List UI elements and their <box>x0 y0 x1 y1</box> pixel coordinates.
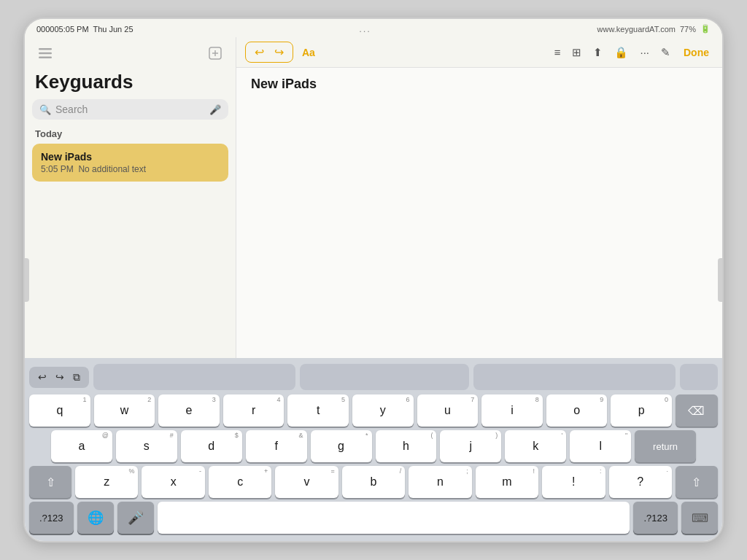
key-s[interactable]: #s <box>116 430 177 462</box>
key-sym-g: * <box>365 432 368 439</box>
key-o[interactable]: 9o <box>546 394 608 427</box>
main-content: Keyguards 🔍 Search 🎤 Today New iPads 5:0… <box>25 37 722 358</box>
device-frame: 00000 5:05 PM Thu Jun 25 ... www.keyguar… <box>23 18 724 542</box>
keyboard-hide-icon: ⌨ <box>692 511 708 525</box>
key-k[interactable]: 'k <box>505 430 566 462</box>
key-sym-s: # <box>170 432 174 439</box>
key-return[interactable]: return <box>635 430 696 462</box>
key-num-1: 1 <box>83 396 87 403</box>
key-z[interactable]: %z <box>75 466 138 498</box>
table-button[interactable]: ⊞ <box>569 44 584 61</box>
key-r[interactable]: 4r <box>223 394 285 427</box>
search-placeholder: Search <box>55 104 205 115</box>
keyboard-area: ↩ ↪ ⧉ 1q 2w 3e 4r 5t 6y 7u 8i 9o 0p ⌫ <box>25 358 722 541</box>
sidebar: Keyguards 🔍 Search 🎤 Today New iPads 5:0… <box>25 37 236 358</box>
key-sym-c: + <box>264 467 268 475</box>
key-j[interactable]: )j <box>440 430 501 462</box>
key-space[interactable] <box>158 502 630 534</box>
key-sym-a: @ <box>102 432 109 439</box>
redo-button[interactable]: ↪ <box>271 44 287 61</box>
key-g[interactable]: *g <box>311 430 372 462</box>
editor-panel: ↩ ↪ Aa ≡ ⊞ ⬆ 🔒 ··· ✎ Done New iPads <box>236 37 722 358</box>
suggestion-2[interactable] <box>300 364 468 390</box>
keyboard-row-1: 1q 2w 3e 4r 5t 6y 7u 8i 9o 0p ⌫ <box>29 394 718 427</box>
search-icon: 🔍 <box>39 104 51 115</box>
key-d[interactable]: $d <box>181 430 242 462</box>
note-list-item[interactable]: New iPads 5:05 PM No additional text <box>32 144 228 182</box>
status-right: www.keyguardAT.com 77% 🔋 <box>597 24 711 34</box>
done-button[interactable]: Done <box>679 45 713 60</box>
key-c[interactable]: +c <box>209 466 271 498</box>
key-q[interactable]: 1q <box>29 394 90 427</box>
delete-icon: ⌫ <box>688 404 705 418</box>
key-num-7: 7 <box>471 396 474 403</box>
key-x[interactable]: -x <box>142 466 204 498</box>
key-shift-left[interactable]: ⇧ <box>29 466 71 498</box>
svg-rect-1 <box>39 52 52 55</box>
key-f[interactable]: &f <box>246 430 307 462</box>
key-num-9: 9 <box>600 396 603 403</box>
key-e[interactable]: 3e <box>158 394 220 427</box>
key-globe[interactable]: 🌐 <box>77 502 114 534</box>
shift-left-icon: ⇧ <box>46 475 55 489</box>
key-num-3: 3 <box>212 396 216 403</box>
status-network: 00000 <box>36 25 59 34</box>
more-button[interactable]: ··· <box>637 44 652 60</box>
key-num-6: 6 <box>406 396 410 403</box>
sidebar-title: Keyguards <box>25 68 236 99</box>
key-exclaim[interactable]: :! <box>542 466 605 498</box>
key-num-right[interactable]: .?123 <box>633 502 678 534</box>
key-w[interactable]: 2w <box>94 394 155 427</box>
key-p[interactable]: 0p <box>611 394 672 427</box>
suggestion-1[interactable] <box>93 364 295 390</box>
undo-redo-copy-group: ↩ ↪ ⧉ <box>29 367 89 388</box>
share-button[interactable]: ⬆ <box>590 44 605 61</box>
key-l[interactable]: "l <box>570 430 631 462</box>
key-sym-m: ! <box>533 467 535 475</box>
key-delete[interactable]: ⌫ <box>676 394 718 427</box>
keyboard-redo-button[interactable]: ↪ <box>53 370 67 385</box>
key-num-left[interactable]: .?123 <box>29 502 74 534</box>
key-num-2: 2 <box>147 396 151 403</box>
compose-button[interactable] <box>205 43 225 63</box>
key-sym-excl: : <box>600 467 602 475</box>
undo-button[interactable]: ↩ <box>252 44 267 61</box>
key-a[interactable]: @a <box>51 430 112 462</box>
trash-button[interactable]: ✎ <box>658 44 673 61</box>
key-num-8: 8 <box>535 396 539 403</box>
key-i[interactable]: 8i <box>481 394 543 427</box>
suggestion-4[interactable] <box>680 364 718 390</box>
search-bar[interactable]: 🔍 Search 🎤 <box>32 99 228 120</box>
key-keyboard-hide[interactable]: ⌨ <box>681 502 718 534</box>
lock-button[interactable]: 🔒 <box>611 44 631 61</box>
key-question[interactable]: ·? <box>609 466 672 498</box>
key-h[interactable]: (h <box>376 430 437 462</box>
key-sym-l: " <box>625 432 627 439</box>
key-mic[interactable]: 🎤 <box>117 502 154 534</box>
key-shift-right[interactable]: ⇧ <box>676 466 718 498</box>
status-left: 00000 <box>36 25 59 34</box>
key-b[interactable]: /b <box>342 466 405 498</box>
key-sym-k: ' <box>562 432 563 439</box>
toolbar-undo-redo-group: ↩ ↪ <box>245 42 293 63</box>
key-num-0: 0 <box>665 396 668 403</box>
mic-icon: 🎤 <box>209 104 221 115</box>
suggestion-3[interactable] <box>473 364 676 390</box>
key-m[interactable]: !m <box>476 466 538 498</box>
keyboard-copy-button[interactable]: ⧉ <box>70 370 83 385</box>
sidebar-header <box>25 37 236 68</box>
key-v[interactable]: =v <box>275 466 338 498</box>
watermark: www.keyguardAT.com <box>597 25 676 34</box>
key-u[interactable]: 7u <box>417 394 479 427</box>
key-sym-quest: · <box>666 467 668 475</box>
key-t[interactable]: 5t <box>287 394 349 427</box>
list-button[interactable]: ≡ <box>551 44 564 60</box>
key-y[interactable]: 6y <box>352 394 414 427</box>
editor-body[interactable] <box>236 95 722 358</box>
keyboard-undo-button[interactable]: ↩ <box>35 370 50 385</box>
format-button[interactable]: Aa <box>299 45 318 60</box>
sidebar-toggle-button[interactable] <box>35 43 55 63</box>
note-title: New iPads <box>41 151 220 163</box>
key-sym-x: - <box>199 467 201 475</box>
key-n[interactable]: ;n <box>409 466 471 498</box>
